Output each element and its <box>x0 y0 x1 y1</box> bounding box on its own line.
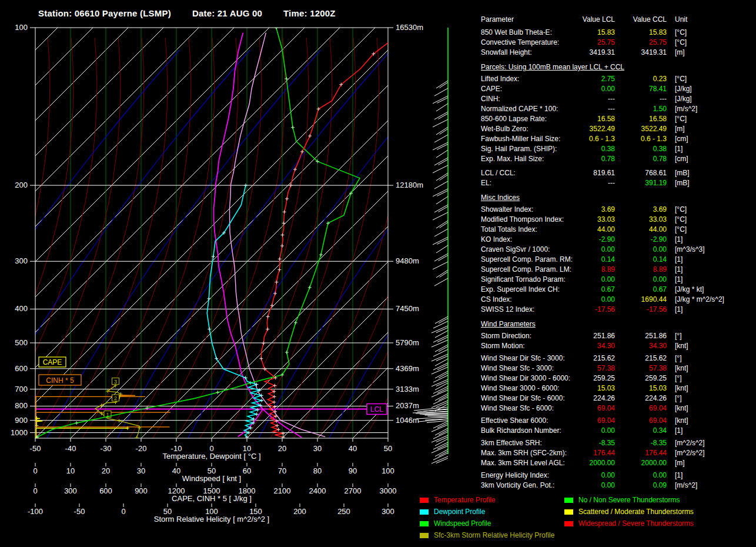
table-row: Sig. Hail Param. (SHIP):0.380.38[1] <box>481 145 756 155</box>
profile-marker <box>300 150 304 154</box>
value-ccl: 391.19 <box>617 179 667 187</box>
param-unit: [°C] <box>675 28 687 36</box>
value-ccl: 78.41 <box>617 85 667 93</box>
chart-text: 16530m <box>396 23 423 32</box>
chart-text: 20 <box>102 466 110 475</box>
value-ccl: 15.03 <box>617 384 667 392</box>
table-row: Wind Shear Sfc - 6000:69.0469.04[knt] <box>481 404 756 414</box>
value-ccl: 3419.31 <box>617 48 667 56</box>
wind-barb <box>433 335 448 342</box>
chart-text: 12180m <box>396 181 423 189</box>
table-section-header: Wind Parameters <box>481 320 756 330</box>
value-ccl: 259.25 <box>617 374 667 382</box>
chart-text: 300 <box>382 507 394 516</box>
value-lcl: 69.04 <box>540 416 615 425</box>
table-row: Total Totals Index:44.0044.00[°C] <box>481 225 756 235</box>
table-row: Wind Shear Dir Sfc - 6000:224.26224.26[°… <box>481 394 756 404</box>
table-row: Wind Shear Dir 3000 - 6000:259.25259.25[… <box>481 374 756 384</box>
chart-text: 9480m <box>396 256 419 265</box>
value-ccl: -8.35 <box>617 439 667 447</box>
table-row: Normalized CAPE * 100:---1.50[m/s^2] <box>481 105 756 115</box>
value-ccl: 0.23 <box>617 75 667 83</box>
legend-swatch <box>420 509 429 515</box>
param-label: 850-600 Lapse Rate: <box>481 115 547 123</box>
param-unit: [knt] <box>675 416 688 425</box>
dry-adiabat-line <box>294 38 403 438</box>
wind-barb <box>431 379 448 386</box>
chart-text: 1046m <box>396 416 419 425</box>
param-unit: [mB] <box>675 179 690 187</box>
value-ccl: 0.00 <box>617 275 667 283</box>
profile-marker <box>283 210 286 214</box>
value-ccl: -17.56 <box>617 305 667 313</box>
value-ccl: 8.89 <box>617 265 667 274</box>
param-unit: [J/kg * kt] <box>675 285 704 293</box>
profile-marker <box>208 328 211 331</box>
chart-text: Windspeed [ knt ] <box>182 474 241 483</box>
chart-text: -50 <box>30 444 41 453</box>
dry-adiabat-line <box>223 38 332 438</box>
dry-adiabat-line <box>0 38 3 438</box>
table-row: Energy Helicity Index:0.000.00[1] <box>481 471 756 481</box>
value-ccl: 25.75 <box>617 38 667 46</box>
chart-text: CINH * 5 <box>46 376 74 385</box>
value-lcl: 251.86 <box>540 332 615 340</box>
chart-text: 1000 <box>11 428 28 437</box>
col-unit: Unit <box>675 15 687 24</box>
chart-text: 800 <box>15 401 28 410</box>
table-row: Wind Shear 3000 - 6000:15.0315.03[knt] <box>481 384 756 394</box>
table-row: Fawbush-Miller Hail Size:0.6 - 1.30.6 - … <box>481 135 756 145</box>
profile-marker <box>262 341 265 345</box>
table-row: Supercell Comp. Param. LM:8.898.89[1] <box>481 265 756 275</box>
value-ccl: 0.34 <box>617 426 667 435</box>
table-row: Showalter Index:3.693.69[°C] <box>481 205 756 215</box>
profile-marker <box>273 395 276 398</box>
wind-barb <box>436 245 448 253</box>
dry-adiabat-line <box>200 38 309 438</box>
param-label: CINH: <box>481 95 500 103</box>
wind-barb <box>435 345 448 352</box>
table-row: Modified Thompson Index:33.0333.03[°C] <box>481 215 756 225</box>
chart-text: 30 <box>137 466 145 475</box>
wind-barb <box>433 421 448 428</box>
value-lcl: 224.26 <box>540 394 615 402</box>
wind-barb <box>433 96 448 104</box>
legend-item: Scattered / Moderate Thunderstorms <box>564 506 694 518</box>
chart-text: 100 <box>15 23 28 32</box>
isotherm-line <box>0 28 22 438</box>
legend-profiles: Temperature ProfileDewpoint ProfileWinds… <box>420 494 554 541</box>
col-parameter: Parameter <box>481 15 514 24</box>
param-label: KO Index: <box>481 235 512 244</box>
profile-marker <box>285 197 289 201</box>
legend-swatch <box>564 509 573 515</box>
table-row: 850 Wet Bulb Theta-E:15.8315.83[°C] <box>481 28 756 38</box>
param-unit: [knt] <box>675 384 688 392</box>
value-ccl: 0.09 <box>617 481 667 489</box>
table-row: Convective Temperature:25.7525.75[°C] <box>481 38 756 48</box>
table-row: Significant Tornado Param:0.000.00[1] <box>481 275 756 285</box>
value-ccl: 1690.44 <box>617 295 667 303</box>
param-unit: [m] <box>675 48 685 56</box>
param-unit: [°] <box>675 332 681 340</box>
wind-barb <box>433 212 448 220</box>
chart-text: 90 <box>349 466 357 475</box>
chart-text: 10 <box>66 466 75 475</box>
param-unit: [m^2/s^2] <box>675 449 705 457</box>
legend-item: Dewpoint Profile <box>420 506 554 518</box>
value-lcl: 25.75 <box>540 38 615 46</box>
value-lcl: 0.67 <box>540 285 615 293</box>
param-unit: [°C] <box>675 115 687 123</box>
wind-barb <box>433 262 448 269</box>
profile-marker <box>135 436 139 439</box>
wind-barb <box>433 363 448 370</box>
chart-text: 0 <box>121 507 125 516</box>
legend-label: Widespread / Severe Thunderstorms <box>578 519 694 528</box>
value-ccl: 3522.49 <box>617 125 667 133</box>
value-lcl: 215.62 <box>540 354 615 362</box>
chart-text: 100 <box>382 466 394 475</box>
value-lcl: 0.78 <box>540 155 615 163</box>
table-row: Effective Shear 6000:69.0469.04[knt] <box>481 416 756 426</box>
dry-adiabat-line <box>82 38 191 438</box>
legend-label: Windspeed Profile <box>434 519 491 528</box>
param-unit: [m^3/s^3] <box>675 245 705 254</box>
